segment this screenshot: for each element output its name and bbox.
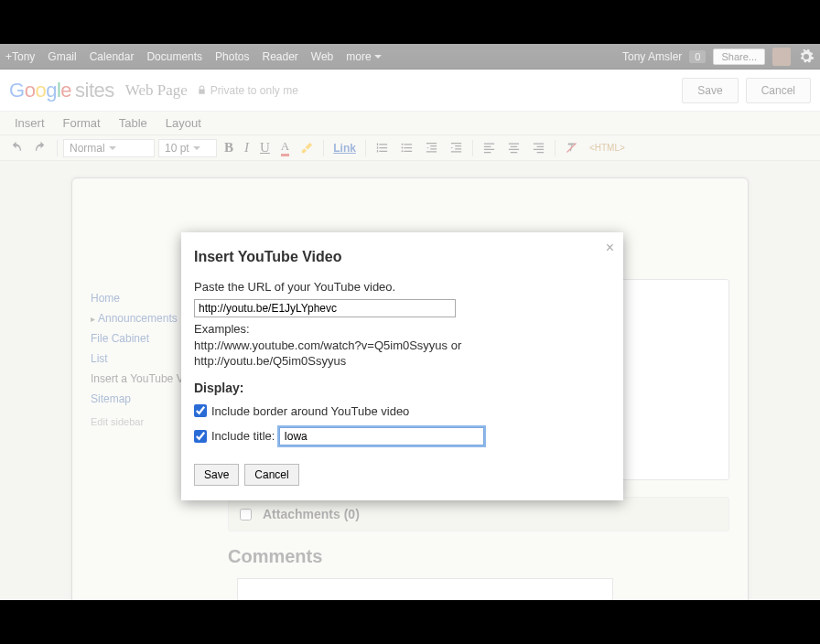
attachments-row[interactable]: Attachments (0) [228,497,729,531]
underline-button[interactable]: U [256,138,274,157]
gbar-more[interactable]: more [346,50,381,63]
gbar-documents[interactable]: Documents [146,50,202,63]
indent-button[interactable] [446,139,467,156]
include-title-checkbox[interactable] [194,430,207,443]
align-right-button[interactable] [528,139,549,156]
gear-icon[interactable] [798,48,815,65]
bold-button[interactable]: B [221,138,237,157]
align-left-button[interactable] [479,139,500,156]
gbar-plusyou[interactable]: +Tony [5,50,35,63]
gbar-notifications-count[interactable]: 0 [689,50,706,63]
svg-point-0 [401,144,403,145]
insert-youtube-modal: × Insert YouTube Video Paste the URL of … [181,232,623,500]
html-button[interactable]: <HTML> [586,141,629,155]
modal-title: Insert YouTube Video [194,249,610,265]
display-heading: Display: [194,381,610,395]
undo-button[interactable] [5,139,27,156]
italic-button[interactable]: I [241,138,253,157]
avatar[interactable] [772,48,791,66]
gbar-photos[interactable]: Photos [215,50,249,63]
video-title-input[interactable] [279,427,484,445]
menu-insert[interactable]: Insert [5,113,54,134]
google-bar: +Tony Gmail Calendar Documents Photos Re… [0,44,820,70]
attachments-checkbox[interactable] [240,509,252,521]
gbar-username[interactable]: Tony Amsler [622,50,682,63]
modal-cancel-button[interactable]: Cancel [244,464,298,486]
link-button[interactable]: Link [329,140,360,156]
svg-point-1 [401,147,403,149]
menu-bar: Insert Format Table Layout [0,112,820,135]
gbar-calendar[interactable]: Calendar [90,50,135,63]
bullet-list-button[interactable] [396,139,417,156]
highlight-button[interactable] [297,139,318,156]
comment-box[interactable] [237,578,613,600]
include-border-label: Include border around YouTube video [211,404,409,418]
gbar-web[interactable]: Web [311,50,333,63]
gbar-gmail[interactable]: Gmail [48,50,76,63]
svg-point-2 [401,150,403,152]
menu-format[interactable]: Format [54,113,110,134]
gbar-share-button[interactable]: Share... [713,48,765,65]
modal-save-button[interactable]: Save [194,464,239,486]
text-color-button[interactable]: A [277,137,293,158]
modal-instruction: Paste the URL of your YouTube video. [194,280,610,294]
page-header: Googlesites Web Page Private to only me … [0,70,820,112]
cancel-button[interactable]: Cancel [746,78,811,103]
outdent-button[interactable] [421,139,442,156]
attachments-label: Attachments (0) [263,507,360,521]
menu-layout[interactable]: Layout [156,113,210,134]
example-url-2: http://youtu.be/Q5im0Ssyyus [194,354,346,368]
fontsize-select[interactable]: 10 pt [158,139,217,157]
clear-formatting-button[interactable] [561,139,582,156]
privacy-text: Private to only me [210,84,298,97]
example-url-1: http://www.youtube.com/watch?v=Q5im0Ssyy… [194,338,461,352]
numbered-list-button[interactable] [372,139,393,156]
menu-table[interactable]: Table [110,113,156,134]
examples-label: Examples: [194,322,250,336]
format-toolbar: Normal 10 pt B I U A Link <HTML> [0,135,820,161]
comments-heading: Comments [228,546,729,567]
include-border-checkbox[interactable] [194,404,207,417]
include-title-label: Include title: [211,429,275,443]
redo-button[interactable] [30,139,51,156]
google-sites-logo: Googlesites [9,79,114,102]
close-icon[interactable]: × [606,240,614,256]
youtube-url-input[interactable] [194,299,456,317]
style-select[interactable]: Normal [63,139,155,157]
lock-icon [197,85,207,95]
privacy-indicator: Private to only me [197,84,298,97]
page-title: Web Page [125,81,188,100]
align-center-button[interactable] [503,139,524,156]
save-button[interactable]: Save [682,78,738,103]
gbar-reader[interactable]: Reader [262,50,297,63]
